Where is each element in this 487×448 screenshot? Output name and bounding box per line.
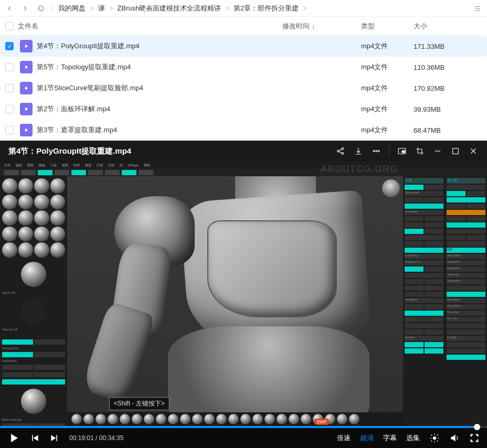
play-button[interactable] [7,432,20,444]
column-header-size[interactable]: 大小 [414,22,482,31]
file-size: 39.93MB [414,105,482,113]
select-all-checkbox[interactable] [5,22,14,30]
maximize-icon[interactable] [450,146,461,156]
subtitle-button[interactable]: 字幕 [383,433,397,443]
file-name: 第3节：遮罩提取重建.mp4 [37,125,282,135]
zbrush-viewport: <Shift - 左键按下> [67,176,403,426]
file-size: 68.47MB [414,126,482,134]
svg-rect-8 [453,148,459,154]
current-time: 00:19:01 [69,434,94,442]
svg-point-0 [337,150,340,152]
video-file-icon [20,61,33,73]
model-preview [67,176,403,426]
file-type: mp4文件 [361,104,414,114]
file-size: 171.33MB [414,42,482,50]
zbrush-topstrip [0,169,487,176]
file-row[interactable]: 第4节：PolyGroupIt提取重建.mp4 mp4文件 171.33MB [0,36,487,57]
breadcrumb-sep: > [225,4,229,12]
breadcrumb-item[interactable]: 课 [98,4,105,13]
breadcrumb-sep: > [303,4,307,12]
nav-forward-button[interactable] [20,3,30,14]
row-checkbox[interactable] [5,42,14,50]
progress-bar[interactable] [0,426,487,428]
share-icon[interactable] [335,146,346,156]
row-checkbox[interactable] [5,126,14,134]
file-row[interactable]: 第5节：Topology提取重建.mp4 mp4文件 110.36MB [0,57,487,78]
current-brush-preview [21,262,46,287]
more-icon[interactable] [371,146,382,156]
swf-badge: SWF [314,419,330,425]
row-checkbox[interactable] [5,84,14,92]
column-header-name[interactable]: 文件名 [18,22,282,31]
quality-button[interactable]: 超清 [360,433,374,443]
video-viewport[interactable]: 文件编辑图层颜色工具笔刷纹理材质灯光渲染宏ZPlugin帮助 ABOUTCG.O… [0,162,487,426]
zbrush-main: Alpha Off Texture Off SculptrisPro Fiber… [0,176,487,426]
progress-thumb[interactable] [474,424,480,430]
zbrush-right-panel: 工具 ZRemesher Dynamesh ExtractPro+ Polygo… [403,176,487,426]
breadcrumb-item[interactable]: ZBrush硬表面建模技术全流程精讲 [118,4,221,13]
svg-rect-7 [402,151,405,153]
file-row[interactable]: 第2节：面板环详解.mp4 mp4文件 39.93MB [0,99,487,120]
alpha-label: Alpha Off [2,291,65,294]
file-size: 170.92MB [414,84,482,92]
time-separator: / [94,434,99,442]
breadcrumb-item[interactable]: 我的网盘 [58,4,86,13]
file-row[interactable]: 第1节SliceCurve笔刷提取脸部.mp4 mp4文件 170.92MB [0,78,487,99]
fullscreen-icon[interactable] [469,433,480,443]
minimize-icon[interactable] [432,146,443,156]
texture-preview [21,298,46,324]
speed-button[interactable]: 倍速 [337,433,351,443]
crop-icon[interactable] [415,146,425,156]
zbrush-menubar: 文件编辑图层颜色工具笔刷纹理材质灯光渲染宏ZPlugin帮助 [0,162,487,169]
file-name: 第5节：Topology提取重建.mp4 [37,62,282,72]
breadcrumb-sep: > [109,4,113,12]
svg-point-1 [342,148,344,150]
settings-icon[interactable] [429,433,440,443]
file-type: mp4文件 [361,83,414,93]
pip-icon[interactable] [397,146,407,156]
keyboard-hint: <Shift - 左键按下> [109,397,170,410]
row-checkbox[interactable] [5,63,14,71]
file-name: 第2节：面板环详解.mp4 [37,104,282,114]
column-header-modified[interactable]: 修改时间 ↓ [282,22,361,31]
playlist-button[interactable]: 选集 [406,433,420,443]
file-type: mp4文件 [361,62,414,72]
nav-back-button[interactable] [4,3,15,14]
file-row[interactable]: 第3节：遮罩提取重建.mp4 mp4文件 68.47MB [0,120,487,141]
next-button[interactable] [49,433,60,443]
material-preview [21,389,46,414]
close-icon[interactable] [468,146,479,156]
progress-fill [0,426,477,428]
file-size: 110.36MB [414,63,482,71]
column-header-type[interactable]: 类型 [361,22,414,31]
time-display: 00:19:01 / 00:34:35 [69,434,123,442]
nav-separator: | [51,4,53,12]
svg-point-5 [378,151,379,152]
breadcrumb-sep: > [90,4,94,12]
download-icon[interactable] [353,146,364,156]
hamburger-menu-button[interactable] [472,3,483,14]
video-watermark: ABOUTCG.ORG [320,164,398,175]
file-type: mp4文件 [361,125,414,135]
brush-grid [2,178,65,258]
svg-point-9 [433,437,436,440]
file-name: 第1节SliceCurve笔刷提取脸部.mp4 [37,83,282,93]
video-file-icon [20,103,33,115]
table-header: 文件名 修改时间 ↓ 类型 大小 [0,17,487,36]
volume-icon[interactable] [449,433,460,443]
video-player: 第4节：PolyGroupIt提取重建.mp4 文件编辑图层颜色工具笔刷纹理材质… [0,141,487,448]
video-file-icon [20,40,33,52]
column-header-label: 修改时间 [282,22,310,31]
nav-refresh-button[interactable] [36,3,46,14]
prev-button[interactable] [29,433,40,443]
breadcrumb: 我的网盘 > 课 > ZBrush硬表面建模技术全流程精讲 > 第2章：部件拆分… [58,4,307,13]
svg-point-3 [373,151,375,152]
video-controls: 00:19:01 / 00:34:35 倍速 超清 字幕 选集 [0,426,487,448]
breadcrumb-item[interactable]: 第2章：部件拆分重建 [234,4,299,13]
file-type: mp4文件 [361,41,414,51]
svg-point-4 [376,151,377,152]
video-title: 第4节：PolyGroupIt提取重建.mp4 [8,146,328,156]
duration: 00:34:35 [99,434,124,442]
row-checkbox[interactable] [5,105,14,113]
video-file-icon [20,124,33,136]
